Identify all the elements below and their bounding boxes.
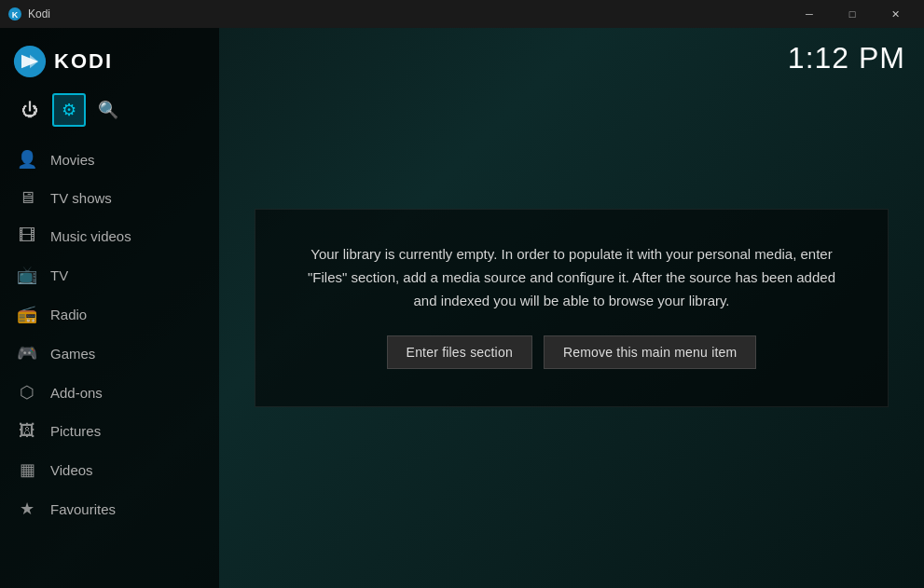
power-icon: ⏻: [21, 101, 38, 120]
sidebar-item-movies[interactable]: 👤Movies: [0, 140, 219, 179]
sidebar-item-label: Radio: [50, 307, 87, 322]
sidebar-item-label: Favourites: [50, 501, 116, 517]
logo-area: KODI: [0, 37, 219, 89]
titlebar-left: K Kodi: [7, 7, 50, 21]
center-area: Your library is currently empty. In orde…: [219, 28, 924, 588]
search-button[interactable]: 🔍: [91, 93, 125, 127]
sidebar-item-favourites[interactable]: ★Favourites: [0, 489, 219, 528]
clock: 1:12 PM: [788, 41, 905, 75]
sidebar-item-label: Pictures: [50, 423, 101, 439]
titlebar-title: Kodi: [28, 7, 50, 21]
library-empty-text: Your library is currently empty. In orde…: [297, 243, 847, 312]
enter-files-button[interactable]: Enter files section: [387, 335, 532, 369]
button-row: Enter files section Remove this main men…: [297, 335, 847, 369]
minimize-button[interactable]: ─: [788, 0, 831, 28]
sidebar-item-music-videos[interactable]: 🎞Music videos: [0, 217, 219, 255]
movies-icon: 👤: [17, 149, 37, 170]
titlebar-controls: ─ □ ✕: [788, 0, 917, 28]
sidebar-item-label: Music videos: [50, 228, 131, 244]
sidebar-item-games[interactable]: 🎮Games: [0, 334, 219, 373]
sidebar-item-label: Games: [50, 346, 95, 362]
sidebar-item-radio[interactable]: 📻Radio: [0, 294, 219, 334]
app-container: KODI ⏻ ⚙ 🔍 👤Movies🖥TV shows🎞Music videos…: [0, 28, 924, 588]
sidebar: KODI ⏻ ⚙ 🔍 👤Movies🖥TV shows🎞Music videos…: [0, 28, 219, 588]
svg-text:K: K: [12, 10, 19, 20]
sidebar-item-videos[interactable]: ▦Videos: [0, 450, 219, 489]
sidebar-item-pictures[interactable]: 🖼Pictures: [0, 412, 219, 450]
sidebar-item-label: Add-ons: [50, 385, 103, 401]
sidebar-item-add-ons[interactable]: ⬡Add-ons: [0, 373, 219, 412]
action-icons-row: ⏻ ⚙ 🔍: [0, 89, 219, 140]
kodi-logo-text: KODI: [54, 49, 113, 74]
sidebar-item-label: Videos: [50, 462, 93, 478]
sidebar-item-label: TV shows: [50, 190, 112, 206]
games-icon: 🎮: [17, 343, 37, 363]
settings-button[interactable]: ⚙: [52, 93, 86, 127]
add-ons-icon: ⬡: [17, 382, 37, 403]
settings-icon: ⚙: [62, 100, 76, 120]
sidebar-item-tv[interactable]: 📺TV: [0, 255, 219, 294]
favourites-icon: ★: [17, 499, 37, 519]
titlebar: K Kodi ─ □ ✕: [0, 0, 924, 28]
music-videos-icon: 🎞: [17, 226, 37, 246]
search-icon: 🔍: [98, 100, 118, 120]
kodi-taskbar-icon: K: [7, 7, 22, 21]
maximize-button[interactable]: □: [831, 0, 874, 28]
radio-icon: 📻: [17, 304, 37, 324]
pictures-icon: 🖼: [17, 421, 37, 441]
nav-list: 👤Movies🖥TV shows🎞Music videos📺TV📻Radio🎮G…: [0, 140, 219, 528]
tv-icon: 📺: [17, 265, 37, 285]
power-button[interactable]: ⏻: [13, 93, 47, 127]
kodi-logo: KODI: [13, 45, 113, 78]
kodi-logo-icon: [13, 45, 47, 78]
library-empty-box: Your library is currently empty. In orde…: [255, 209, 889, 406]
sidebar-item-label: Movies: [50, 152, 95, 168]
sidebar-item-tv-shows[interactable]: 🖥TV shows: [0, 179, 219, 217]
tv-shows-icon: 🖥: [17, 188, 37, 208]
main-content: 1:12 PM Your library is currently empty.…: [219, 28, 924, 588]
videos-icon: ▦: [17, 459, 37, 480]
close-button[interactable]: ✕: [874, 0, 917, 28]
remove-menu-item-button[interactable]: Remove this main menu item: [544, 335, 757, 369]
sidebar-item-label: TV: [50, 267, 68, 283]
